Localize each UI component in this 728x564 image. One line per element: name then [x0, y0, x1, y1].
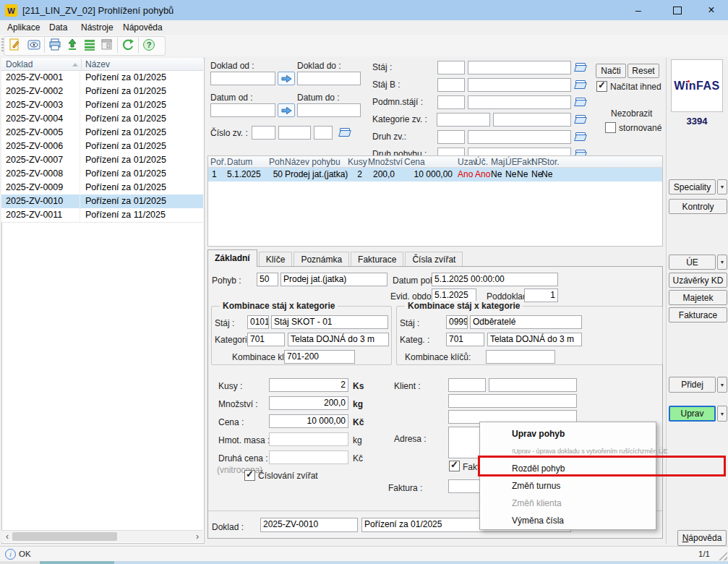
- staj-right-name-field[interactable]: Odběratelé: [470, 315, 582, 329]
- druh-zv-name-input[interactable]: [468, 130, 571, 144]
- menu-nastroje[interactable]: Nástroje: [81, 22, 114, 33]
- klient-code-field[interactable]: [448, 378, 486, 392]
- col-uc[interactable]: Úč.: [475, 157, 488, 167]
- speciality-dropdown-button[interactable]: [717, 179, 727, 195]
- druha-cena-field[interactable]: [269, 450, 348, 464]
- col-stor[interactable]: Stor.: [541, 157, 560, 167]
- pridej-button[interactable]: Přidej: [669, 377, 716, 393]
- kategorie-left-name-field[interactable]: Telata DOJNÁ do 3 m: [288, 333, 389, 346]
- tab-klice[interactable]: Klíče: [259, 252, 293, 266]
- browse-folder-icon[interactable]: [574, 132, 586, 141]
- print-icon[interactable]: [48, 38, 62, 52]
- col-kusy[interactable]: Kusy: [348, 157, 367, 167]
- doc-row[interactable]: 2025-ZV-0002Pořízení za 01/2025: [1, 85, 203, 99]
- column-header-nazev[interactable]: Název: [85, 59, 110, 69]
- doc-row[interactable]: 2025-ZV-0006Pořízení za 01/2025: [1, 140, 203, 154]
- nacitat-ihned-checkbox[interactable]: [596, 81, 607, 92]
- kombinace-klicu-right-field[interactable]: [486, 350, 555, 364]
- close-button[interactable]: ×: [696, 0, 727, 20]
- cislo-zv-input-1[interactable]: [252, 126, 275, 140]
- refresh-icon[interactable]: [121, 38, 135, 52]
- help-icon[interactable]: ?: [142, 38, 156, 52]
- poddoklad-field[interactable]: 1: [524, 289, 558, 302]
- doklad-do-input[interactable]: [297, 72, 361, 85]
- column-header-doklad[interactable]: Doklad: [6, 59, 33, 69]
- scroll-right-icon[interactable]: [192, 531, 202, 542]
- tab-cisla-zvirat[interactable]: Čísla zvířat: [405, 252, 463, 266]
- copy-arrow-button[interactable]: [278, 103, 295, 117]
- klient-field-2[interactable]: [448, 394, 577, 408]
- hmot-masa-field[interactable]: [269, 432, 348, 446]
- browse-folder-icon[interactable]: [338, 127, 351, 137]
- cena-field[interactable]: 10 000,00: [269, 414, 348, 428]
- cislo-zv-input-3[interactable]: [314, 126, 333, 140]
- stornovane-checkbox[interactable]: [605, 122, 616, 133]
- napoveda-button[interactable]: Nápověda: [677, 530, 727, 546]
- doklad-od-input[interactable]: [210, 72, 275, 85]
- staj-right-code-field[interactable]: 0999: [446, 315, 468, 329]
- staj-code-input[interactable]: [437, 61, 465, 74]
- col-datum[interactable]: Datum: [227, 157, 252, 167]
- kusy-field[interactable]: 2: [269, 378, 348, 392]
- doc-row[interactable]: 2025-ZV-0007Pořízení za 01/2025: [1, 153, 203, 168]
- doklad-cislo-field[interactable]: 2025-ZV-0010: [260, 518, 358, 532]
- col-mnozstvi[interactable]: Množství: [368, 157, 403, 167]
- podmn-staji-name-input[interactable]: [468, 95, 571, 109]
- tab-fakturace[interactable]: Fakturace: [351, 252, 403, 266]
- doc-row[interactable]: 2025-ZV-0011Pořízení za 11/2025: [1, 208, 203, 223]
- staj-b-code-input[interactable]: [437, 78, 465, 92]
- movement-row-selected[interactable]: 1 5.1.2025 50 Prodej jat.(jatka) 2 200,0…: [208, 168, 662, 181]
- cislovani-zvirat-checkbox[interactable]: [244, 470, 255, 481]
- staj-left-name-field[interactable]: Stáj SKOT - 01: [271, 315, 388, 329]
- maximize-button[interactable]: [662, 0, 693, 20]
- edit-icon[interactable]: [8, 38, 22, 52]
- scroll-left-icon[interactable]: [2, 531, 12, 542]
- menu-item-uprav-pohyb[interactable]: Uprav pohyb: [480, 425, 656, 443]
- uprav-button[interactable]: Uprav: [669, 406, 716, 422]
- pridej-dropdown-button[interactable]: [717, 377, 727, 393]
- ue-button[interactable]: ÚE: [669, 255, 716, 270]
- podmn-staji-code-input[interactable]: [437, 95, 465, 109]
- browse-folder-icon[interactable]: [574, 80, 586, 89]
- cislo-zv-input-2[interactable]: [278, 126, 311, 140]
- datum-do-input[interactable]: [297, 103, 361, 117]
- menu-napoveda[interactable]: Nápověda: [123, 22, 163, 33]
- col-nazev[interactable]: Název pohybu: [285, 157, 341, 167]
- kontroly-button[interactable]: Kontroly: [669, 199, 727, 214]
- kategorie-left-code-field[interactable]: 701: [247, 333, 285, 346]
- copy-arrow-button[interactable]: [278, 72, 295, 85]
- staj-name-input[interactable]: [468, 61, 571, 74]
- preview-icon[interactable]: [27, 38, 41, 52]
- datum-od-input[interactable]: [210, 103, 275, 117]
- kombinace-klicu-left-field[interactable]: 701-200: [284, 350, 355, 364]
- doc-row[interactable]: 2025-ZV-0004Pořízení za 01/2025: [1, 112, 203, 127]
- kategorie-zv-input-2[interactable]: [493, 113, 571, 127]
- doc-row[interactable]: 2025-ZV-0009Pořízení za 01/2025: [1, 181, 203, 195]
- doc-row[interactable]: 2025-ZV-0008Pořízení za 01/2025: [1, 167, 203, 181]
- mnozstvi-field[interactable]: 200,0: [269, 396, 348, 410]
- menu-data[interactable]: Data: [49, 22, 67, 33]
- reset-button[interactable]: Reset: [628, 64, 659, 78]
- doc-row[interactable]: 2025-ZV-0005Pořízení za 01/2025: [1, 126, 203, 140]
- tab-poznamka[interactable]: Poznámka: [294, 252, 349, 266]
- horizontal-scrollbar[interactable]: [1, 530, 203, 542]
- kategorie-right-name-field[interactable]: Telata DOJNÁ do 3 m: [487, 333, 582, 346]
- fakt-checkbox[interactable]: [449, 461, 460, 471]
- col-ue[interactable]: ÚE: [505, 157, 518, 167]
- doc-row-selected[interactable]: 2025-ZV-0010Pořízení za 01/2025: [1, 195, 203, 209]
- browse-folder-icon[interactable]: [574, 114, 586, 124]
- scrollbar-thumb[interactable]: [12, 532, 117, 541]
- menu-item-zmen-turnus[interactable]: Změň turnus: [480, 477, 656, 495]
- form-icon[interactable]: [100, 38, 114, 52]
- col-cena[interactable]: Cena: [404, 157, 425, 167]
- browse-folder-icon[interactable]: [574, 62, 586, 72]
- uprav-dropdown-button[interactable]: [717, 406, 727, 422]
- datum-poh-field[interactable]: 5.1.2025 00:00:00: [432, 273, 558, 286]
- kategorie-zv-input-1[interactable]: [437, 113, 490, 127]
- uzaverky-kd-button[interactable]: Uzávěrky KD: [669, 273, 727, 288]
- fakturace-button[interactable]: Fakturace: [669, 307, 727, 322]
- col-por[interactable]: Poř.: [210, 157, 226, 167]
- pohyb-code-field[interactable]: 50: [257, 273, 278, 286]
- nacti-button[interactable]: Načti: [596, 64, 626, 78]
- menu-aplikace[interactable]: Aplikace: [7, 22, 40, 33]
